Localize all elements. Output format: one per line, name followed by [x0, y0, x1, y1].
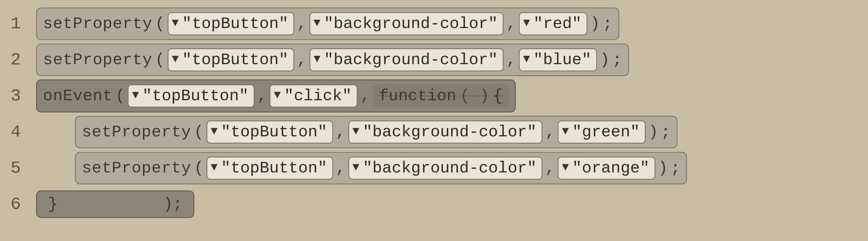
dropdown-icon: ▼	[274, 89, 281, 101]
dropdown-icon: ▼	[562, 125, 569, 137]
function-header: function ( ) {	[373, 84, 509, 108]
pill-value: "topButton"	[182, 51, 288, 69]
pill-value: "red"	[533, 15, 582, 33]
empty-parens: ( )	[460, 87, 489, 105]
close-paren: )	[600, 51, 610, 69]
dropdown-pill-prop[interactable]: ▼ "background-color"	[348, 121, 543, 144]
line-number: 4	[3, 122, 36, 142]
pill-value: "orange"	[572, 159, 649, 177]
line-number: 6	[3, 194, 36, 214]
dropdown-icon: ▼	[523, 53, 530, 65]
comma: ,	[336, 123, 346, 141]
comma: ,	[257, 87, 267, 105]
dropdown-pill-prop[interactable]: ▼ "background-color"	[310, 12, 504, 35]
code-line: 5 setProperty ( ▼ "topButton" , ▼ "backg…	[0, 150, 868, 186]
comma: ,	[506, 15, 516, 33]
function-name: setProperty	[82, 123, 191, 141]
dropdown-icon: ▼	[314, 17, 320, 29]
dropdown-icon: ▼	[211, 161, 218, 173]
code-line: 1 setProperty ( ▼ "topButton" , ▼ "backg…	[0, 5, 868, 42]
dropdown-icon: ▼	[352, 125, 360, 137]
comma: ,	[545, 159, 555, 177]
pill-value: "topButton"	[143, 87, 249, 105]
dropdown-pill-prop[interactable]: ▼ "background-color"	[310, 48, 504, 71]
pill-value: "topButton"	[182, 15, 288, 33]
function-name: setProperty	[82, 159, 191, 177]
setproperty-block[interactable]: setProperty ( ▼ "topButton" , ▼ "backgro…	[36, 7, 619, 40]
dropdown-icon: ▼	[352, 161, 360, 173]
close-paren-semi: );	[163, 195, 183, 213]
code-line: 3 onEvent ( ▼ "topButton" , ▼ "click" , …	[0, 78, 868, 114]
comma: ,	[360, 87, 370, 105]
dropdown-pill-value[interactable]: ▼ "blue"	[519, 48, 597, 71]
pill-value: "green"	[572, 123, 640, 141]
onevent-block[interactable]: onEvent ( ▼ "topButton" , ▼ "click" , fu…	[36, 80, 516, 113]
dropdown-pill-value[interactable]: ▼ "orange"	[558, 157, 655, 180]
code-line: 2 setProperty ( ▼ "topButton" , ▼ "backg…	[0, 42, 868, 78]
line-number: 2	[3, 50, 36, 70]
dropdown-icon: ▼	[132, 89, 139, 101]
open-paren: (	[116, 87, 125, 105]
line-number: 5	[3, 158, 36, 178]
pill-value: "background-color"	[324, 51, 498, 69]
pill-value: "click"	[284, 87, 352, 105]
pill-value: "topButton"	[221, 159, 327, 177]
pill-value: "background-color"	[324, 15, 498, 33]
close-brace: }	[48, 195, 58, 213]
dropdown-pill-id[interactable]: ▼ "topButton"	[128, 84, 254, 108]
dropdown-pill-event[interactable]: ▼ "click"	[270, 84, 358, 108]
code-line: 4 setProperty ( ▼ "topButton" , ▼ "backg…	[0, 114, 868, 150]
setproperty-block[interactable]: setProperty ( ▼ "topButton" , ▼ "backgro…	[75, 116, 678, 148]
dropdown-pill-id[interactable]: ▼ "topButton"	[168, 12, 294, 35]
line-number: 1	[3, 14, 36, 34]
dropdown-pill-id[interactable]: ▼ "topButton"	[207, 121, 333, 144]
line-number: 3	[3, 86, 36, 106]
function-name: setProperty	[43, 15, 152, 33]
close-paren: )	[590, 15, 600, 33]
dropdown-icon: ▼	[523, 17, 530, 29]
setproperty-block[interactable]: setProperty ( ▼ "topButton" , ▼ "backgro…	[36, 43, 629, 76]
semicolon: ;	[671, 159, 680, 177]
dropdown-icon: ▼	[562, 161, 569, 173]
code-editor: 1 setProperty ( ▼ "topButton" , ▼ "backg…	[0, 0, 868, 222]
close-paren: )	[658, 159, 668, 177]
function-name: onEvent	[43, 87, 113, 105]
dropdown-pill-value[interactable]: ▼ "red"	[519, 12, 587, 35]
dropdown-pill-prop[interactable]: ▼ "background-color"	[348, 157, 543, 180]
semicolon: ;	[612, 51, 622, 69]
dropdown-icon: ▼	[314, 53, 320, 65]
open-brace: {	[493, 87, 503, 105]
pill-value: "blue"	[533, 51, 591, 69]
close-paren: )	[648, 123, 658, 141]
comma: ,	[297, 15, 307, 33]
pill-value: "background-color"	[363, 159, 537, 177]
semicolon: ;	[661, 123, 671, 141]
dropdown-pill-id[interactable]: ▼ "topButton"	[207, 157, 333, 180]
dropdown-icon: ▼	[211, 125, 218, 137]
comma: ,	[545, 123, 555, 141]
pill-value: "background-color"	[363, 123, 537, 141]
comma: ,	[336, 159, 346, 177]
dropdown-icon: ▼	[172, 17, 179, 29]
dropdown-icon: ▼	[172, 53, 179, 65]
open-paren: (	[155, 51, 165, 69]
open-paren: (	[155, 15, 165, 33]
onevent-close-block[interactable]: } );	[36, 190, 194, 218]
open-paren: (	[194, 123, 204, 141]
function-keyword: function	[379, 87, 456, 105]
dropdown-pill-id[interactable]: ▼ "topButton"	[168, 48, 294, 71]
code-line: 6 } );	[0, 186, 868, 222]
pill-value: "topButton"	[221, 123, 327, 141]
semicolon: ;	[602, 15, 612, 33]
dropdown-pill-value[interactable]: ▼ "green"	[558, 121, 646, 144]
function-name: setProperty	[43, 51, 152, 69]
open-paren: (	[194, 159, 204, 177]
comma: ,	[297, 51, 307, 69]
setproperty-block[interactable]: setProperty ( ▼ "topButton" , ▼ "backgro…	[75, 152, 687, 184]
comma: ,	[506, 51, 516, 69]
